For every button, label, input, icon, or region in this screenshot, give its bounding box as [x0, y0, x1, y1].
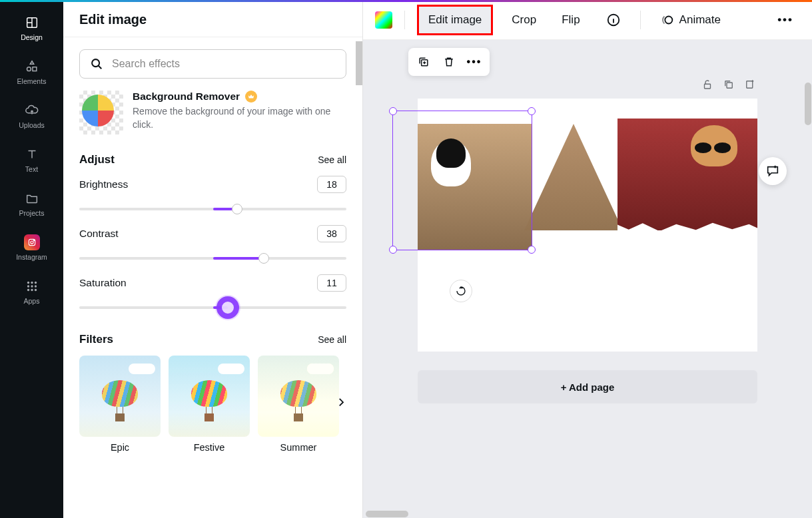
svg-point-1	[27, 67, 31, 71]
contrast-label: Contrast	[79, 228, 119, 240]
comment-button[interactable]	[759, 157, 787, 185]
sidebar-label: Projects	[19, 209, 45, 217]
more-button[interactable]: •••	[771, 8, 800, 32]
premium-icon	[245, 91, 257, 103]
animate-icon	[659, 12, 675, 28]
adjust-title: Adjust	[79, 153, 115, 166]
svg-rect-21	[747, 81, 753, 89]
svg-rect-2	[32, 67, 36, 71]
text-icon	[24, 146, 40, 162]
sidebar-label: Text	[25, 165, 38, 173]
contrast-row: Contrast 38	[79, 225, 346, 268]
contrast-slider[interactable]	[79, 249, 346, 268]
background-remover[interactable]: Background Remover Remove the background…	[79, 91, 346, 134]
instagram-icon	[24, 234, 40, 250]
panel-scrollbar[interactable]	[356, 41, 362, 85]
svg-point-9	[27, 285, 29, 287]
svg-point-13	[31, 289, 33, 291]
delete-button[interactable]	[439, 52, 459, 72]
animate-button[interactable]: Animate	[653, 7, 727, 33]
sidebar-item-instagram[interactable]: Instagram	[0, 228, 63, 268]
filter-label: Epic	[111, 442, 129, 453]
main-toolbar: Edit image Crop Flip Animate •••	[363, 0, 812, 40]
resize-handle-tr[interactable]	[528, 107, 536, 115]
crop-button[interactable]: Crop	[505, 8, 543, 32]
sidebar-item-text[interactable]: Text	[0, 140, 63, 180]
add-page-icon-button[interactable]	[743, 77, 757, 92]
projects-icon	[24, 190, 40, 206]
design-icon	[24, 15, 40, 31]
bg-remover-desc: Remove the background of your image with…	[133, 105, 346, 131]
resize-handle-bl[interactable]	[389, 246, 397, 254]
sidebar-label: Uploads	[19, 121, 45, 129]
info-icon	[606, 12, 621, 28]
svg-point-8	[34, 282, 36, 284]
canvas-page[interactable]	[418, 99, 757, 352]
sidebar: Design Elements Uploads Text Projects In…	[0, 0, 63, 518]
brightness-label: Brightness	[79, 178, 128, 190]
svg-point-5	[33, 240, 34, 241]
more-options-button[interactable]: •••	[464, 52, 484, 72]
uploads-icon	[24, 103, 40, 119]
panel-title: Edit image	[63, 0, 362, 37]
svg-point-7	[31, 282, 33, 284]
horizontal-scrollbar[interactable]	[363, 510, 804, 518]
search-input[interactable]	[112, 58, 336, 70]
filter-label: Summer	[280, 442, 317, 453]
elements-icon	[24, 59, 40, 75]
add-page-button[interactable]: + Add page	[418, 370, 757, 403]
main-area: Edit image Crop Flip Animate ••• •••	[363, 0, 812, 518]
adjust-see-all[interactable]: See all	[318, 154, 346, 165]
vertical-scrollbar[interactable]	[804, 80, 812, 510]
filters-see-all[interactable]: See all	[318, 334, 346, 345]
apps-icon	[24, 278, 40, 294]
sidebar-label: Design	[21, 33, 43, 41]
contrast-value[interactable]: 38	[317, 225, 346, 242]
filters-next[interactable]	[332, 393, 350, 411]
sidebar-item-elements[interactable]: Elements	[0, 52, 63, 92]
edit-image-button[interactable]: Edit image	[417, 5, 493, 35]
unlock-button[interactable]	[700, 77, 715, 92]
edit-panel: Edit image Background Remover Remove the…	[63, 0, 363, 518]
flip-button[interactable]: Flip	[555, 8, 586, 32]
saturation-value[interactable]: 11	[317, 274, 346, 292]
svg-point-14	[34, 289, 36, 291]
svg-point-15	[92, 59, 99, 67]
brightness-row: Brightness 18	[79, 176, 346, 218]
image-3[interactable]	[617, 119, 757, 230]
filter-label: Festive	[194, 442, 225, 453]
image-2[interactable]	[524, 124, 623, 230]
sidebar-label: Apps	[24, 297, 40, 305]
saturation-label: Saturation	[79, 277, 127, 289]
rotate-handle[interactable]	[450, 280, 472, 302]
brightness-value[interactable]: 18	[317, 176, 346, 193]
resize-handle-br[interactable]	[528, 246, 536, 254]
selection-toolbar: •••	[408, 48, 490, 76]
svg-point-17	[665, 16, 672, 23]
bg-remover-thumb	[79, 91, 123, 134]
selection-frame[interactable]	[392, 111, 532, 250]
svg-point-4	[30, 241, 33, 244]
brightness-slider[interactable]	[79, 200, 346, 218]
info-button[interactable]	[599, 7, 628, 33]
duplicate-button[interactable]	[414, 52, 434, 72]
bg-remover-title: Background Remover	[133, 91, 240, 103]
filter-summer[interactable]: Summer	[258, 356, 339, 453]
sidebar-label: Instagram	[16, 253, 47, 261]
sidebar-item-projects[interactable]: Projects	[0, 184, 63, 224]
svg-point-11	[34, 285, 36, 287]
saturation-slider[interactable]	[79, 298, 346, 317]
resize-handle-tl[interactable]	[389, 107, 397, 115]
filter-epic[interactable]: Epic	[79, 356, 161, 453]
duplicate-page-button[interactable]	[721, 77, 736, 92]
sidebar-item-uploads[interactable]: Uploads	[0, 96, 63, 136]
sidebar-item-apps[interactable]: Apps	[0, 272, 63, 312]
search-effects[interactable]	[79, 49, 346, 79]
saturation-row: Saturation 11	[79, 274, 346, 317]
sidebar-item-design[interactable]: Design	[0, 8, 63, 48]
color-picker[interactable]	[375, 11, 392, 29]
svg-rect-20	[727, 83, 732, 88]
filters-title: Filters	[79, 333, 113, 346]
svg-rect-19	[705, 84, 711, 89]
filter-festive[interactable]: Festive	[169, 356, 250, 453]
